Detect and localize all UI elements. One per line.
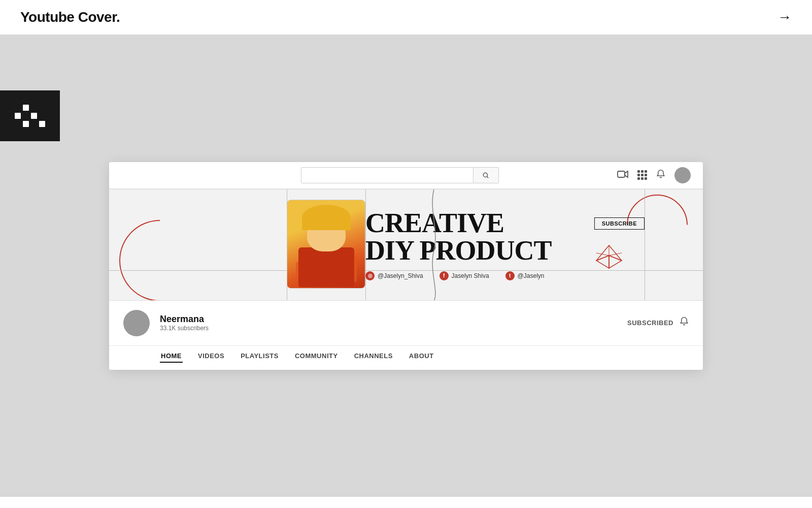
apps-grid-icon[interactable] — [637, 170, 647, 180]
channel-name: Neermana — [160, 314, 209, 325]
tab-channels[interactable]: CHANNELS — [353, 350, 394, 363]
svg-rect-2 — [618, 171, 625, 177]
page-title: Youtube Cover. — [20, 9, 120, 25]
tab-home[interactable]: HOME — [160, 350, 183, 363]
channel-nav-tabs: HOME VIDEOS PLAYLISTS COMMUNITY CHANNELS… — [109, 345, 703, 370]
social-twitter: t @Jaselyn — [505, 271, 545, 280]
search-input[interactable] — [301, 167, 473, 183]
logo-pixels — [15, 105, 45, 127]
decorative-wave-line — [419, 189, 449, 301]
channel-details: Neermana 33.1K subscribers — [160, 314, 209, 332]
tab-community[interactable]: COMMUNITY — [294, 350, 339, 363]
topnav-icons — [617, 167, 691, 183]
video-icon[interactable] — [617, 170, 628, 180]
decorative-arc-left — [119, 220, 200, 301]
tab-about[interactable]: ABOUT — [408, 350, 435, 363]
search-bar — [182, 167, 617, 183]
channel-subscribers: 33.1K subscribers — [160, 325, 209, 332]
channel-right: SUBSCRIBED — [627, 316, 689, 329]
instagram-icon: ◎ — [365, 271, 375, 280]
subscribed-button[interactable]: SUBSCRIBED — [627, 319, 673, 327]
subscribe-button[interactable]: SUBSCRIBE — [594, 217, 645, 230]
twitter-icon: t — [505, 271, 515, 280]
origami-bird-icon — [591, 240, 627, 276]
svg-line-1 — [487, 176, 489, 178]
next-arrow[interactable]: → — [777, 9, 792, 25]
channel-avatar — [123, 310, 150, 336]
main-area: SUBSCRIBE CREATIVE DIY PRODUCT ◎ @Jasely… — [0, 35, 812, 497]
channel-info-row: Neermana 33.1K subscribers SUBSCRIBED — [109, 301, 703, 345]
user-avatar[interactable] — [674, 167, 691, 183]
notification-bell-icon[interactable] — [656, 169, 665, 181]
banner-profile-image — [287, 200, 365, 289]
search-button[interactable] — [473, 167, 499, 183]
svg-point-0 — [483, 173, 487, 177]
youtube-topnav — [109, 162, 703, 189]
subscribe-bell-icon[interactable] — [680, 316, 689, 329]
youtube-banner: SUBSCRIBE CREATIVE DIY PRODUCT ◎ @Jasely… — [109, 189, 703, 301]
top-bar: Youtube Cover. → — [0, 0, 812, 35]
tab-playlists[interactable]: PLAYLISTS — [240, 350, 280, 363]
logo-block — [0, 90, 60, 141]
channel-left: Neermana 33.1K subscribers — [123, 310, 209, 336]
social-instagram: ◎ @Jaselyn_Shiva — [365, 271, 423, 280]
svg-marker-4 — [609, 256, 622, 268]
tab-videos[interactable]: VIDEOS — [197, 350, 225, 363]
svg-marker-5 — [596, 256, 609, 268]
youtube-card: SUBSCRIBE CREATIVE DIY PRODUCT ◎ @Jasely… — [109, 162, 703, 370]
